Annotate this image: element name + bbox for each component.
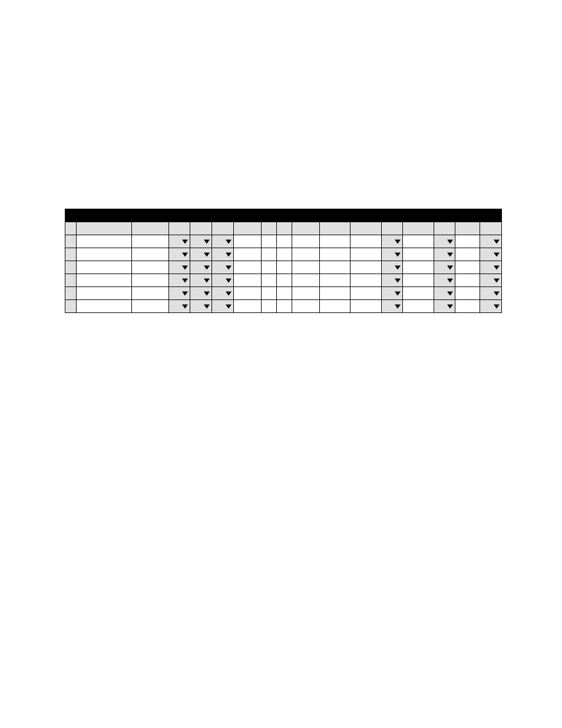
data-cell[interactable] — [131, 261, 168, 274]
data-cell[interactable] — [276, 261, 292, 274]
data-cell[interactable] — [292, 300, 319, 313]
dropdown-cell[interactable] — [434, 248, 455, 261]
data-cell[interactable] — [261, 248, 276, 261]
dropdown-cell[interactable] — [190, 287, 212, 300]
data-cell[interactable] — [233, 300, 261, 313]
data-cell[interactable] — [455, 235, 480, 248]
dropdown-cell[interactable] — [168, 274, 190, 287]
column-header — [190, 222, 212, 235]
data-cell[interactable] — [403, 248, 434, 261]
data-cell[interactable] — [403, 300, 434, 313]
chevron-down-icon — [204, 252, 210, 256]
data-cell[interactable] — [403, 287, 434, 300]
data-cell[interactable] — [351, 287, 381, 300]
data-cell[interactable] — [261, 300, 276, 313]
data-cell[interactable] — [76, 300, 131, 313]
dropdown-cell[interactable] — [480, 235, 502, 248]
data-cell[interactable] — [403, 261, 434, 274]
data-cell[interactable] — [131, 235, 168, 248]
data-cell[interactable] — [351, 248, 381, 261]
data-cell[interactable] — [320, 274, 351, 287]
data-cell[interactable] — [292, 287, 319, 300]
data-cell[interactable] — [131, 300, 168, 313]
dropdown-cell[interactable] — [434, 261, 455, 274]
data-cell[interactable] — [276, 274, 292, 287]
dropdown-cell[interactable] — [480, 274, 502, 287]
data-cell[interactable] — [320, 300, 351, 313]
data-cell[interactable] — [131, 248, 168, 261]
dropdown-cell[interactable] — [434, 274, 455, 287]
dropdown-cell[interactable] — [211, 274, 233, 287]
table-row — [65, 261, 502, 274]
dropdown-cell[interactable] — [381, 274, 403, 287]
dropdown-cell[interactable] — [434, 235, 455, 248]
dropdown-cell[interactable] — [190, 235, 212, 248]
data-cell[interactable] — [292, 274, 319, 287]
data-cell[interactable] — [233, 235, 261, 248]
data-cell[interactable] — [76, 274, 131, 287]
data-cell[interactable] — [351, 300, 381, 313]
data-cell[interactable] — [351, 274, 381, 287]
data-cell[interactable] — [76, 261, 131, 274]
dropdown-cell[interactable] — [211, 300, 233, 313]
data-cell[interactable] — [261, 261, 276, 274]
data-cell[interactable] — [455, 300, 480, 313]
data-cell[interactable] — [233, 287, 261, 300]
dropdown-cell[interactable] — [480, 248, 502, 261]
data-cell[interactable] — [320, 235, 351, 248]
data-cell[interactable] — [76, 248, 131, 261]
data-cell[interactable] — [261, 235, 276, 248]
dropdown-cell[interactable] — [190, 300, 212, 313]
data-cell[interactable] — [403, 235, 434, 248]
dropdown-cell[interactable] — [211, 261, 233, 274]
data-cell[interactable] — [320, 248, 351, 261]
dropdown-cell[interactable] — [190, 248, 212, 261]
data-cell[interactable] — [351, 261, 381, 274]
data-cell[interactable] — [276, 248, 292, 261]
dropdown-cell[interactable] — [211, 248, 233, 261]
data-cell[interactable] — [233, 248, 261, 261]
dropdown-cell[interactable] — [211, 235, 233, 248]
dropdown-cell[interactable] — [381, 261, 403, 274]
dropdown-cell[interactable] — [168, 261, 190, 274]
data-cell[interactable] — [261, 274, 276, 287]
data-cell[interactable] — [292, 261, 319, 274]
dropdown-cell[interactable] — [381, 235, 403, 248]
data-cell[interactable] — [455, 287, 480, 300]
data-cell[interactable] — [76, 287, 131, 300]
dropdown-cell[interactable] — [168, 287, 190, 300]
dropdown-cell[interactable] — [381, 300, 403, 313]
dropdown-cell[interactable] — [190, 261, 212, 274]
dropdown-cell[interactable] — [480, 300, 502, 313]
dropdown-cell[interactable] — [211, 287, 233, 300]
data-cell[interactable] — [261, 287, 276, 300]
dropdown-cell[interactable] — [381, 287, 403, 300]
data-cell[interactable] — [292, 235, 319, 248]
dropdown-cell[interactable] — [434, 287, 455, 300]
chevron-down-icon — [226, 239, 232, 243]
data-cell[interactable] — [131, 287, 168, 300]
data-cell[interactable] — [276, 235, 292, 248]
data-cell[interactable] — [455, 248, 480, 261]
data-cell[interactable] — [455, 274, 480, 287]
data-cell[interactable] — [403, 274, 434, 287]
dropdown-cell[interactable] — [381, 248, 403, 261]
dropdown-cell[interactable] — [480, 261, 502, 274]
dropdown-cell[interactable] — [480, 287, 502, 300]
data-cell[interactable] — [320, 287, 351, 300]
dropdown-cell[interactable] — [434, 300, 455, 313]
data-cell[interactable] — [351, 235, 381, 248]
dropdown-cell[interactable] — [168, 248, 190, 261]
dropdown-cell[interactable] — [190, 274, 212, 287]
data-cell[interactable] — [233, 274, 261, 287]
data-cell[interactable] — [131, 274, 168, 287]
data-cell[interactable] — [76, 235, 131, 248]
data-cell[interactable] — [455, 261, 480, 274]
dropdown-cell[interactable] — [168, 300, 190, 313]
data-cell[interactable] — [276, 287, 292, 300]
dropdown-cell[interactable] — [168, 235, 190, 248]
data-cell[interactable] — [233, 261, 261, 274]
data-cell[interactable] — [292, 248, 319, 261]
data-cell[interactable] — [276, 300, 292, 313]
data-cell[interactable] — [320, 261, 351, 274]
